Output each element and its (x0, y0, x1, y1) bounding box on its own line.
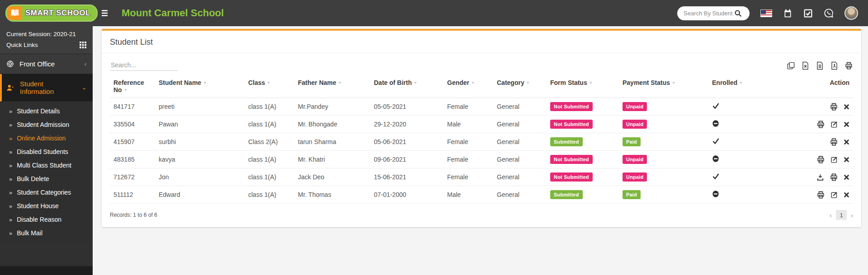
student-search-input[interactable] (684, 10, 734, 17)
prev-page-button[interactable]: ‹ (830, 211, 832, 219)
column-header-category[interactable]: Category▼ (493, 75, 547, 98)
cell-payment-status: Paid (619, 133, 708, 151)
column-header-form_status[interactable]: Form Status▼ (547, 75, 619, 98)
sidebar-item-bulk-mail[interactable]: »Bulk Mail (0, 226, 93, 240)
edit-button[interactable] (830, 156, 838, 163)
print-button[interactable] (830, 173, 838, 182)
close-icon[interactable] (844, 192, 849, 198)
double-arrow-icon: » (9, 108, 12, 115)
student-table: Reference No▼Student Name▼Class▼Father N… (110, 75, 853, 204)
column-header-dob[interactable]: Date of Birth▼ (370, 75, 443, 98)
form-status-badge: Not Submitted (550, 102, 593, 111)
cell-enrolled (708, 133, 806, 151)
cell-enrolled (708, 98, 806, 116)
csv-icon[interactable] (816, 61, 824, 70)
session-block: Current Session: 2020-21 Quick Links (0, 26, 93, 54)
check-icon (712, 138, 720, 144)
cell-cls: class 1(A) (245, 186, 294, 204)
double-arrow-icon: » (9, 121, 12, 128)
edit-button[interactable] (830, 121, 838, 128)
double-arrow-icon: » (9, 216, 12, 223)
sidebar-item-student-admission[interactable]: »Student Admission (0, 118, 93, 131)
language-flag-icon[interactable] (760, 9, 772, 17)
sidebar-item-online-admission[interactable]: »Online Admission (0, 131, 93, 145)
double-arrow-icon: » (9, 162, 12, 169)
double-arrow-icon: » (9, 203, 12, 210)
close-icon[interactable] (844, 121, 849, 127)
column-header-name[interactable]: Student Name▼ (155, 75, 245, 98)
close-icon[interactable] (844, 174, 849, 180)
cell-dob: 09-06-2021 (370, 151, 443, 168)
sidebar-item-label: Online Admission (17, 135, 66, 142)
next-page-button[interactable]: › (851, 211, 853, 219)
cell-ref: 511112 (110, 186, 155, 204)
sidebar-item-disabled-students[interactable]: »Disabled Students (0, 145, 93, 158)
cell-cls: class 1(A) (245, 168, 294, 186)
sidebar-item-bulk-delete[interactable]: »Bulk Delete (0, 172, 93, 186)
print-button[interactable] (816, 191, 825, 199)
close-icon[interactable] (844, 104, 849, 110)
column-label: Enrolled (712, 79, 737, 86)
table-row: 511112Edwardclass 1(A)Mr. Thomas07-01-20… (110, 186, 853, 204)
close-icon[interactable] (844, 139, 849, 145)
check-icon (712, 173, 720, 180)
tasks-icon[interactable] (803, 9, 813, 18)
column-label: Student Name (159, 79, 201, 86)
student-search[interactable] (677, 6, 750, 20)
hamburger-icon[interactable] (101, 9, 110, 17)
logo[interactable]: SMART SCHOOL (0, 5, 93, 22)
calendar-icon[interactable] (783, 9, 793, 18)
column-header-ref[interactable]: Reference No▼ (110, 75, 155, 98)
check-icon (712, 103, 720, 109)
print-button[interactable] (816, 120, 825, 129)
double-arrow-icon: » (9, 189, 12, 196)
table-search-input[interactable] (110, 60, 178, 71)
sidebar-section-label: Front Office (19, 60, 55, 68)
cell-gender: Male (443, 186, 493, 204)
sidebar-item-student-house[interactable]: »Student House (0, 199, 93, 213)
form-status-badge: Not Submitted (550, 172, 593, 182)
cell-gender: Female (443, 151, 493, 168)
sidebar-item-student-details[interactable]: »Student Details (0, 104, 93, 118)
sidebar-section-student-information[interactable]: Student Information⌄ (0, 74, 93, 102)
grid-icon[interactable] (80, 42, 86, 48)
student-table-head: Reference No▼Student Name▼Class▼Father N… (110, 75, 853, 98)
close-icon[interactable] (844, 157, 849, 163)
print-button[interactable] (830, 138, 838, 146)
cell-gender: Female (443, 98, 493, 116)
print-icon[interactable] (844, 61, 853, 70)
sidebar-item-disable-reason[interactable]: »Disable Reason (0, 213, 93, 226)
print-button[interactable] (816, 155, 825, 164)
user-avatar[interactable] (844, 6, 858, 20)
column-header-payment_status[interactable]: Payment Status▼ (619, 75, 708, 98)
pdf-icon[interactable] (830, 61, 839, 70)
search-icon[interactable] (734, 9, 742, 17)
column-header-father[interactable]: Father Name▼ (294, 75, 370, 98)
double-arrow-icon: » (9, 230, 12, 237)
payment-status-badge: Paid (623, 190, 641, 199)
cell-form-status: Not Submitted (547, 98, 619, 116)
column-header-gender[interactable]: Gender▼ (443, 75, 493, 98)
cell-name: Pawan (155, 116, 245, 133)
print-button[interactable] (830, 103, 838, 111)
sidebar-section-front-office[interactable]: Front Office‹ (0, 54, 93, 74)
sidebar-item-multi-class-student[interactable]: »Multi Class Student (0, 158, 93, 172)
cell-category: General (493, 168, 547, 186)
excel-icon[interactable] (801, 61, 810, 70)
column-header-cls[interactable]: Class▼ (245, 75, 294, 98)
cell-actions (806, 98, 853, 116)
edit-button[interactable] (830, 191, 838, 199)
sidebar-section-label: Student Information (20, 80, 76, 95)
minus-circle-icon (712, 155, 719, 163)
minus-circle-icon (712, 120, 719, 127)
sidebar-item-student-categories[interactable]: »Student Categories (0, 186, 93, 199)
cell-dob: 05-05-2021 (370, 98, 443, 116)
page-number-button[interactable]: 1 (836, 210, 847, 220)
column-header-enrolled[interactable]: Enrolled▼ (708, 75, 806, 98)
whatsapp-icon[interactable] (824, 8, 834, 18)
cell-name: surbhi (155, 133, 245, 151)
copy-icon[interactable] (787, 61, 795, 70)
current-session-label: Current Session: 2020-21 (6, 31, 86, 37)
download-button[interactable] (816, 173, 824, 181)
quick-links[interactable]: Quick Links (6, 42, 86, 48)
